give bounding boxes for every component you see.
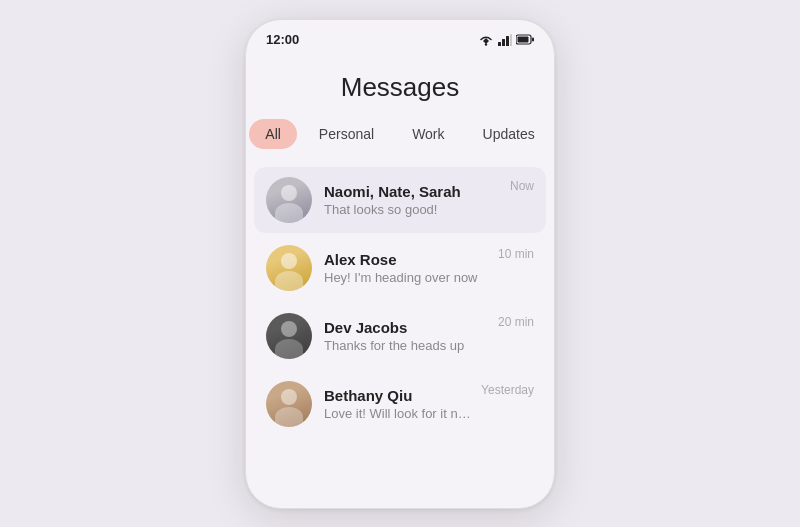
- tab-all[interactable]: All: [249, 119, 297, 149]
- message-content: Bethany Qiu Love it! Will look for it no…: [324, 387, 473, 421]
- avatar: [266, 177, 312, 223]
- svg-rect-5: [510, 34, 512, 46]
- list-item[interactable]: Naomi, Nate, Sarah That looks so good! N…: [254, 167, 546, 233]
- list-item[interactable]: Dev Jacobs Thanks for the heads up 20 mi…: [254, 303, 546, 369]
- avatar: [266, 245, 312, 291]
- message-time: 20 min: [498, 313, 534, 329]
- message-preview: That looks so good!: [324, 202, 502, 217]
- phone-frame: 12:00 Messages Al: [245, 19, 555, 509]
- message-time: 10 min: [498, 245, 534, 261]
- list-item[interactable]: Alex Rose Hey! I'm heading over now 10 m…: [254, 235, 546, 301]
- status-time: 12:00: [266, 32, 299, 47]
- svg-rect-8: [532, 38, 534, 42]
- tab-work[interactable]: Work: [396, 119, 460, 149]
- message-preview: Love it! Will look for it now: [324, 406, 473, 421]
- message-content: Dev Jacobs Thanks for the heads up: [324, 319, 490, 353]
- svg-point-1: [485, 43, 487, 45]
- filter-tabs: All Personal Work Updates: [246, 119, 554, 149]
- svg-rect-4: [506, 36, 509, 46]
- message-name: Dev Jacobs: [324, 319, 490, 336]
- avatar: [266, 381, 312, 427]
- message-time: Now: [510, 177, 534, 193]
- message-content: Naomi, Nate, Sarah That looks so good!: [324, 183, 502, 217]
- wifi-icon: [478, 34, 494, 46]
- status-bar: 12:00: [246, 20, 554, 54]
- tab-updates[interactable]: Updates: [467, 119, 551, 149]
- message-preview: Thanks for the heads up: [324, 338, 490, 353]
- avatar: [266, 313, 312, 359]
- battery-icon: [516, 34, 534, 45]
- svg-rect-3: [502, 39, 505, 46]
- list-item[interactable]: Bethany Qiu Love it! Will look for it no…: [254, 371, 546, 437]
- message-name: Naomi, Nate, Sarah: [324, 183, 502, 200]
- signal-icon: [498, 34, 512, 46]
- message-list: Naomi, Nate, Sarah That looks so good! N…: [246, 167, 554, 508]
- message-name: Alex Rose: [324, 251, 490, 268]
- message-preview: Hey! I'm heading over now: [324, 270, 490, 285]
- message-name: Bethany Qiu: [324, 387, 473, 404]
- svg-rect-2: [498, 42, 501, 46]
- svg-rect-7: [518, 37, 529, 43]
- message-content: Alex Rose Hey! I'm heading over now: [324, 251, 490, 285]
- page-title: Messages: [246, 72, 554, 103]
- message-time: Yesterday: [481, 381, 534, 397]
- svg-marker-0: [483, 38, 489, 44]
- status-icons: [478, 34, 534, 46]
- tab-personal[interactable]: Personal: [303, 119, 390, 149]
